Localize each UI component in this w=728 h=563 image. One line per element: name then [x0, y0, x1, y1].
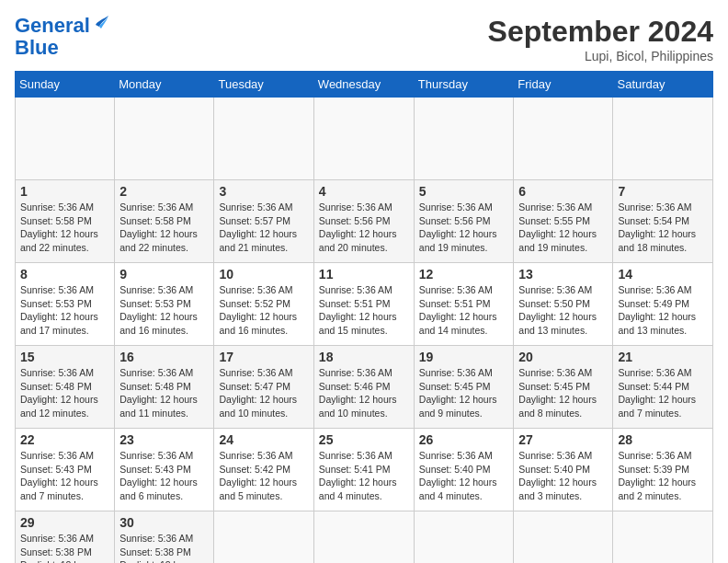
day-detail: Sunrise: 5:36 AMSunset: 5:51 PMDaylight:… [419, 284, 497, 336]
day-number: 2 [119, 184, 209, 199]
table-cell-day12: 12 Sunrise: 5:36 AMSunset: 5:51 PMDaylig… [414, 263, 514, 346]
table-cell-day18: 18 Sunrise: 5:36 AMSunset: 5:46 PMDaylig… [313, 346, 414, 429]
table-cell-day24: 24 Sunrise: 5:36 AMSunset: 5:42 PMDaylig… [214, 429, 313, 511]
day-detail: Sunrise: 5:36 AMSunset: 5:46 PMDaylight:… [319, 367, 397, 419]
table-cell-empty [313, 98, 414, 180]
day-number: 19 [419, 350, 509, 364]
table-cell-day6: 6 Sunrise: 5:36 AMSunset: 5:55 PMDayligh… [514, 180, 613, 263]
table-cell-day7: 7 Sunrise: 5:36 AMSunset: 5:54 PMDayligh… [613, 180, 713, 263]
day-number: 25 [319, 432, 409, 447]
col-sunday: Sunday [16, 72, 115, 98]
day-number: 5 [419, 184, 509, 199]
day-detail: Sunrise: 5:36 AMSunset: 5:53 PMDaylight:… [119, 284, 198, 336]
day-number: 26 [419, 432, 509, 447]
table-cell-empty [16, 98, 115, 180]
day-detail: Sunrise: 5:36 AMSunset: 5:45 PMDaylight:… [518, 367, 597, 419]
table-cell-day15: 15 Sunrise: 5:36 AMSunset: 5:48 PMDaylig… [16, 346, 115, 429]
table-cell-empty [613, 98, 713, 180]
table-cell-empty [613, 511, 713, 564]
day-number: 9 [119, 267, 209, 282]
table-cell-day13: 13 Sunrise: 5:36 AMSunset: 5:50 PMDaylig… [514, 263, 613, 346]
table-cell-day16: 16 Sunrise: 5:36 AMSunset: 5:48 PMDaylig… [115, 346, 214, 429]
day-number: 17 [219, 350, 308, 364]
day-detail: Sunrise: 5:36 AMSunset: 5:58 PMDaylight:… [20, 201, 98, 253]
table-cell-day5: 5 Sunrise: 5:36 AMSunset: 5:56 PMDayligh… [414, 180, 514, 263]
table-cell-day23: 23 Sunrise: 5:36 AMSunset: 5:43 PMDaylig… [115, 429, 214, 511]
day-detail: Sunrise: 5:36 AMSunset: 5:44 PMDaylight:… [618, 367, 696, 419]
day-detail: Sunrise: 5:36 AMSunset: 5:51 PMDaylight:… [319, 284, 397, 336]
table-cell-day3: 3 Sunrise: 5:36 AMSunset: 5:57 PMDayligh… [214, 180, 313, 263]
table-row: 1 Sunrise: 5:36 AMSunset: 5:58 PMDayligh… [16, 180, 713, 263]
table-cell-empty [514, 511, 613, 564]
table-cell-day22: 22 Sunrise: 5:36 AMSunset: 5:43 PMDaylig… [16, 429, 115, 511]
table-cell-empty [313, 511, 414, 564]
table-row [16, 98, 713, 180]
col-tuesday: Tuesday [214, 72, 313, 98]
day-detail: Sunrise: 5:36 AMSunset: 5:43 PMDaylight:… [119, 450, 198, 501]
table-cell-day10: 10 Sunrise: 5:36 AMSunset: 5:52 PMDaylig… [214, 263, 313, 346]
day-detail: Sunrise: 5:36 AMSunset: 5:43 PMDaylight:… [20, 450, 98, 501]
day-detail: Sunrise: 5:36 AMSunset: 5:53 PMDaylight:… [20, 284, 98, 336]
day-number: 29 [20, 515, 109, 530]
table-cell-day20: 20 Sunrise: 5:36 AMSunset: 5:45 PMDaylig… [514, 346, 613, 429]
table-cell-day27: 27 Sunrise: 5:36 AMSunset: 5:40 PMDaylig… [514, 429, 613, 511]
month-title: September 2024 [488, 15, 713, 49]
table-row: 8 Sunrise: 5:36 AMSunset: 5:53 PMDayligh… [16, 263, 713, 346]
day-number: 3 [219, 184, 308, 199]
day-number: 14 [618, 267, 708, 282]
logo-text2: Blue [15, 37, 59, 59]
day-number: 4 [319, 184, 409, 199]
table-cell-day29: 29 Sunrise: 5:36 AMSunset: 5:38 PMDaylig… [16, 511, 115, 564]
table-cell-day30: 30 Sunrise: 5:36 AMSunset: 5:38 PMDaylig… [115, 511, 214, 564]
table-cell-day1: 1 Sunrise: 5:36 AMSunset: 5:58 PMDayligh… [16, 180, 115, 263]
day-detail: Sunrise: 5:36 AMSunset: 5:52 PMDaylight:… [219, 284, 297, 336]
day-number: 23 [119, 432, 209, 447]
location: Lupi, Bicol, Philippines [488, 49, 713, 63]
table-row: 15 Sunrise: 5:36 AMSunset: 5:48 PMDaylig… [16, 346, 713, 429]
day-detail: Sunrise: 5:36 AMSunset: 5:38 PMDaylight:… [119, 533, 198, 563]
day-number: 21 [618, 350, 708, 364]
table-row: 22 Sunrise: 5:36 AMSunset: 5:43 PMDaylig… [16, 429, 713, 511]
day-detail: Sunrise: 5:36 AMSunset: 5:48 PMDaylight:… [20, 367, 98, 419]
day-number: 28 [618, 432, 708, 447]
table-cell-empty [514, 98, 613, 180]
day-detail: Sunrise: 5:36 AMSunset: 5:47 PMDaylight:… [219, 367, 297, 419]
day-detail: Sunrise: 5:36 AMSunset: 5:48 PMDaylight:… [119, 367, 198, 419]
table-cell-empty [115, 98, 214, 180]
day-number: 22 [20, 432, 109, 447]
table-cell-empty [214, 511, 313, 564]
day-detail: Sunrise: 5:36 AMSunset: 5:54 PMDaylight:… [618, 201, 696, 253]
table-row: 29 Sunrise: 5:36 AMSunset: 5:38 PMDaylig… [16, 511, 713, 564]
table-cell-day17: 17 Sunrise: 5:36 AMSunset: 5:47 PMDaylig… [214, 346, 313, 429]
logo-text: General [15, 15, 90, 37]
table-cell-day25: 25 Sunrise: 5:36 AMSunset: 5:41 PMDaylig… [313, 429, 414, 511]
day-number: 13 [518, 267, 608, 282]
table-cell-day19: 19 Sunrise: 5:36 AMSunset: 5:45 PMDaylig… [414, 346, 514, 429]
table-cell-day14: 14 Sunrise: 5:36 AMSunset: 5:49 PMDaylig… [613, 263, 713, 346]
day-detail: Sunrise: 5:36 AMSunset: 5:42 PMDaylight:… [219, 450, 297, 501]
col-saturday: Saturday [613, 72, 713, 98]
day-number: 7 [618, 184, 708, 199]
day-detail: Sunrise: 5:36 AMSunset: 5:39 PMDaylight:… [618, 450, 696, 501]
day-detail: Sunrise: 5:36 AMSunset: 5:38 PMDaylight:… [20, 533, 98, 563]
day-detail: Sunrise: 5:36 AMSunset: 5:41 PMDaylight:… [319, 450, 397, 501]
col-friday: Friday [514, 72, 613, 98]
day-number: 6 [518, 184, 608, 199]
calendar-table: Sunday Monday Tuesday Wednesday Thursday… [15, 71, 713, 563]
day-number: 10 [219, 267, 308, 282]
calendar-header-row: Sunday Monday Tuesday Wednesday Thursday… [16, 72, 713, 98]
day-detail: Sunrise: 5:36 AMSunset: 5:57 PMDaylight:… [219, 201, 297, 253]
table-cell-day9: 9 Sunrise: 5:36 AMSunset: 5:53 PMDayligh… [115, 263, 214, 346]
table-cell-day28: 28 Sunrise: 5:36 AMSunset: 5:39 PMDaylig… [613, 429, 713, 511]
day-detail: Sunrise: 5:36 AMSunset: 5:40 PMDaylight:… [518, 450, 597, 501]
day-number: 15 [20, 350, 109, 364]
col-wednesday: Wednesday [313, 72, 414, 98]
day-number: 30 [119, 515, 209, 530]
table-cell-day4: 4 Sunrise: 5:36 AMSunset: 5:56 PMDayligh… [313, 180, 414, 263]
day-number: 1 [20, 184, 109, 199]
table-cell-day26: 26 Sunrise: 5:36 AMSunset: 5:40 PMDaylig… [414, 429, 514, 511]
day-number: 8 [20, 267, 109, 282]
table-cell-day11: 11 Sunrise: 5:36 AMSunset: 5:51 PMDaylig… [313, 263, 414, 346]
col-thursday: Thursday [414, 72, 514, 98]
table-cell-day8: 8 Sunrise: 5:36 AMSunset: 5:53 PMDayligh… [16, 263, 115, 346]
